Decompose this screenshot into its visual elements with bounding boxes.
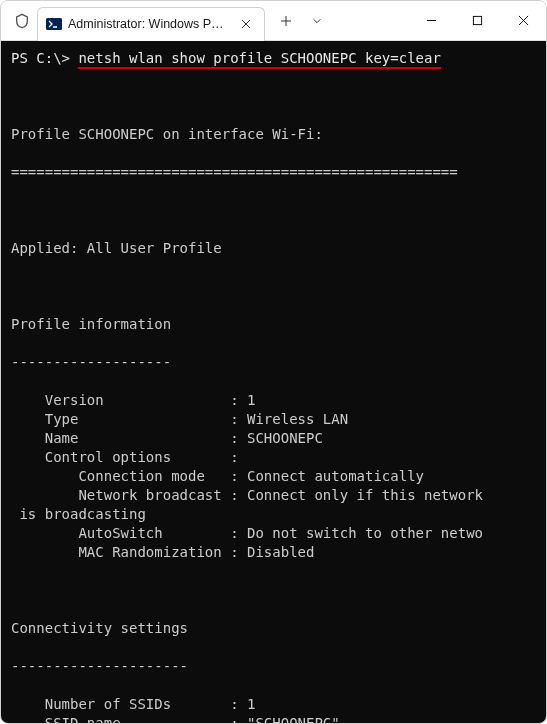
output-row: Type : Wireless LAN: [11, 410, 538, 429]
command: netsh wlan show profile SCHOONEPC key=cl…: [78, 50, 440, 69]
section-dash: ---------------------: [11, 657, 538, 676]
output-row: Version : 1: [11, 391, 538, 410]
output-row: Number of SSIDs : 1: [11, 695, 538, 714]
separator: ========================================…: [11, 163, 538, 182]
tab-title: Administrator: Windows Powe…: [68, 17, 228, 31]
output-row: is broadcasting: [11, 505, 538, 524]
applied-line: Applied: All User Profile: [11, 239, 538, 258]
output-row: SSID name : "SCHOONEPC": [11, 714, 538, 723]
blank: [11, 201, 538, 220]
profile-header: Profile SCHOONEPC on interface Wi-Fi:: [11, 125, 538, 144]
minimize-button[interactable]: [408, 1, 454, 41]
output-row: Name : SCHOONEPC: [11, 429, 538, 448]
tab-dropdown-button[interactable]: [303, 6, 331, 36]
svg-rect-0: [46, 18, 62, 30]
section-title: Profile information: [11, 315, 538, 334]
output-row: AutoSwitch : Do not switch to other netw…: [11, 524, 538, 543]
active-tab[interactable]: Administrator: Windows Powe…: [37, 7, 265, 41]
titlebar: Administrator: Windows Powe…: [1, 1, 546, 41]
svg-rect-7: [473, 16, 481, 24]
close-button[interactable]: [500, 1, 546, 41]
section-title: Connectivity settings: [11, 619, 538, 638]
prompt: PS C:\>: [11, 50, 78, 66]
blank: [11, 581, 538, 600]
output-row: Control options :: [11, 448, 538, 467]
output-row: Network broadcast : Connect only if this…: [11, 486, 538, 505]
output-row: MAC Randomization : Disabled: [11, 543, 538, 562]
tab-close-button[interactable]: [238, 16, 254, 32]
blank: [11, 277, 538, 296]
blank: [11, 87, 538, 106]
output-row: Connection mode : Connect automatically: [11, 467, 538, 486]
new-tab-button[interactable]: [271, 6, 301, 36]
maximize-button[interactable]: [454, 1, 500, 41]
powershell-icon: [46, 16, 62, 32]
window-controls: [408, 1, 546, 41]
terminal-output[interactable]: PS C:\> netsh wlan show profile SCHOONEP…: [1, 41, 546, 723]
shield-icon: [13, 12, 31, 30]
connectivity-rows: Number of SSIDs : 1 SSID name : "SCHOONE…: [11, 695, 538, 723]
section-dash: -------------------: [11, 353, 538, 372]
profile-info-rows: Version : 1 Type : Wireless LAN Name : S…: [11, 391, 538, 562]
